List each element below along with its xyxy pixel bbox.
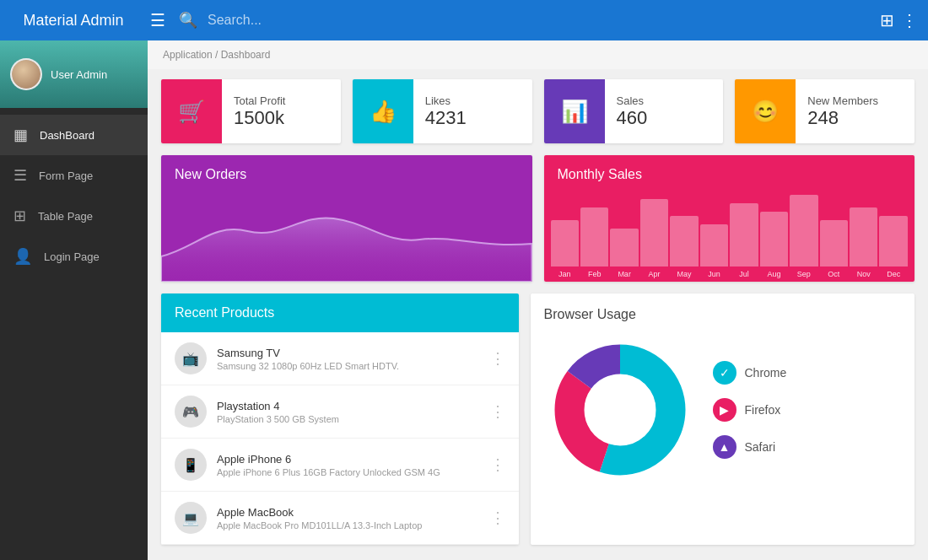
month-wrap-aug: Aug — [760, 212, 788, 282]
sidebar-item-form[interactable]: ☰ Form Page — [0, 155, 148, 196]
month-wrap-feb: Feb — [580, 207, 608, 282]
sidebar-item-label: Table Page — [38, 210, 93, 223]
avatar-image — [12, 60, 40, 89]
stats-row: 🛒 Total Profit 1500k 👍 Likes 4231 📊 Sale… — [161, 79, 915, 143]
stat-info-total-profit: Total Profit 1500k — [222, 86, 297, 137]
product-icon: 💻 — [175, 502, 207, 534]
stat-info-new-members: New Members 248 — [796, 86, 890, 137]
month-label-nov: Nov — [857, 270, 871, 282]
browser-legend: ✓ Chrome ▶ Firefox ▲ Safari — [713, 361, 787, 459]
month-wrap-oct: Oct — [820, 220, 848, 282]
stat-value-new-members: 248 — [807, 107, 878, 129]
month-wrap-nov: Nov — [850, 207, 877, 282]
month-wrap-mar: Mar — [610, 229, 638, 282]
product-menu-icon[interactable]: ⋮ — [490, 349, 505, 368]
month-bar-dec — [879, 216, 907, 267]
month-bar-sep — [790, 195, 817, 267]
month-bar-nov — [850, 207, 877, 267]
sidebar-nav: ▦ DashBoard ☰ Form Page ⊞ Table Page 👤 L… — [0, 108, 148, 277]
donut-chart — [544, 334, 696, 486]
legend-item-firefox: ▶ Firefox — [713, 398, 787, 422]
month-label-dec: Dec — [887, 270, 900, 282]
form-icon: ☰ — [13, 166, 27, 185]
product-item: 💻 Apple MacBook Apple MacBook Pro MD101L… — [161, 492, 519, 545]
legend-dot-chrome: ✓ — [713, 361, 736, 385]
stat-card-likes: 👍 Likes 4231 — [353, 79, 532, 143]
sidebar-item-table[interactable]: ⊞ Table Page — [0, 196, 148, 236]
month-bar-may — [670, 216, 698, 267]
product-icon: 📺 — [175, 342, 207, 374]
recent-products-header: Recent Products — [161, 293, 519, 332]
product-icon: 🎮 — [175, 396, 207, 428]
month-label-jun: Jun — [708, 270, 720, 282]
product-info: Samsung TV Samsung 32 1080p 60Hz LED Sma… — [217, 347, 480, 371]
stat-label-sales: Sales — [617, 94, 648, 107]
month-wrap-dec: Dec — [879, 216, 907, 282]
stat-info-sales: Sales 460 — [605, 86, 660, 137]
sidebar-username: User Admin — [51, 68, 107, 81]
new-orders-card: New Orders — [161, 155, 532, 282]
topbar-actions: ⊞ ⋮ — [880, 10, 918, 30]
product-item: 🎮 Playstation 4 PlayStation 3 500 GB Sys… — [161, 385, 519, 439]
table-icon: ⊞ — [13, 207, 26, 225]
stat-label-new-members: New Members — [807, 94, 878, 107]
product-name: Playstation 4 — [217, 400, 480, 412]
month-bar-apr — [640, 199, 668, 267]
sidebar-item-dashboard[interactable]: ▦ DashBoard — [0, 115, 148, 155]
layout: User Admin ▦ DashBoard ☰ Form Page ⊞ Tab… — [0, 40, 928, 560]
stat-icon-total-profit: 🛒 — [161, 79, 222, 143]
product-menu-icon[interactable]: ⋮ — [490, 455, 505, 474]
product-name: Apple iPhone 6 — [217, 453, 480, 466]
legend-dot-safari: ▲ — [713, 435, 736, 459]
dashboard-body: 🛒 Total Profit 1500k 👍 Likes 4231 📊 Sale… — [148, 69, 928, 555]
browser-usage-content: ✓ Chrome ▶ Firefox ▲ Safari — [544, 334, 902, 486]
legend-label-chrome: Chrome — [745, 366, 787, 380]
sidebar-user: User Admin — [0, 40, 148, 108]
avatar — [10, 58, 42, 90]
month-label-may: May — [677, 270, 692, 282]
new-orders-svg — [161, 189, 532, 282]
sidebar: User Admin ▦ DashBoard ☰ Form Page ⊞ Tab… — [0, 40, 148, 560]
month-wrap-apr: Apr — [640, 199, 668, 282]
product-info: Playstation 4 PlayStation 3 500 GB Syste… — [217, 400, 480, 424]
search-icon: 🔍 — [179, 11, 197, 30]
product-info: Apple iPhone 6 Apple iPhone 6 Plus 16GB … — [217, 453, 480, 477]
search-input[interactable] — [208, 13, 870, 28]
legend-item-safari: ▲ Safari — [713, 435, 787, 459]
sidebar-item-label: DashBoard — [40, 129, 94, 142]
legend-dot-firefox: ▶ — [713, 398, 736, 422]
stat-value-likes: 4231 — [425, 107, 467, 129]
stat-label-likes: Likes — [425, 94, 467, 107]
more-icon[interactable]: ⋮ — [901, 10, 918, 30]
login-icon: 👤 — [13, 247, 32, 266]
month-wrap-sep: Sep — [790, 195, 817, 282]
bottom-row: Recent Products 📺 Samsung TV Samsung 32 … — [161, 293, 915, 545]
grid-icon[interactable]: ⊞ — [880, 10, 894, 30]
stat-value-total-profit: 1500k — [234, 107, 285, 129]
month-label-aug: Aug — [767, 270, 780, 282]
month-bar-oct — [820, 220, 848, 267]
menu-icon[interactable]: ☰ — [147, 7, 169, 34]
month-bar-aug — [760, 212, 788, 267]
browser-usage-card: Browser Usage — [531, 293, 915, 545]
month-wrap-jun: Jun — [700, 224, 728, 282]
stat-label-total-profit: Total Profit — [234, 94, 285, 107]
month-bar-jan — [551, 220, 579, 267]
month-label-apr: Apr — [649, 270, 661, 282]
month-label-mar: Mar — [618, 270, 631, 282]
stat-value-sales: 460 — [617, 107, 648, 129]
stat-icon-sales: 📊 — [544, 79, 605, 143]
product-menu-icon[interactable]: ⋮ — [490, 509, 505, 527]
month-wrap-may: May — [670, 216, 698, 282]
sidebar-item-login[interactable]: 👤 Login Page — [0, 236, 148, 277]
product-name: Apple MacBook — [217, 506, 480, 519]
charts-row: New Orders — [161, 155, 915, 282]
stat-icon-likes: 👍 — [353, 79, 413, 143]
topbar: Material Admin ☰ 🔍 ⊞ ⋮ — [0, 0, 928, 40]
legend-item-chrome: ✓ Chrome — [713, 361, 787, 385]
product-menu-icon[interactable]: ⋮ — [490, 402, 505, 421]
sidebar-item-label: Form Page — [39, 170, 93, 182]
month-label-feb: Feb — [588, 270, 602, 282]
month-label-jan: Jan — [558, 270, 571, 282]
month-bar-jun — [700, 224, 728, 267]
